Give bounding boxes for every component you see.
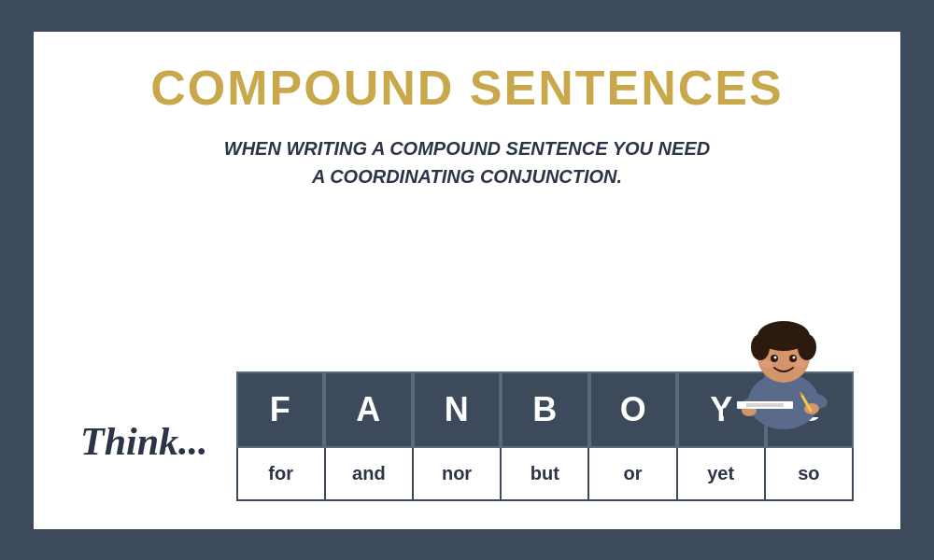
svg-point-17: [793, 356, 796, 358]
subtitle-line2: A COORDINATING CONJUNCTION.: [312, 166, 622, 187]
word-and: and: [326, 448, 414, 499]
lower-section: Think... F A N B O Y S for and nor but o…: [80, 209, 854, 501]
fanboys-words-row: for and nor but or yet so: [236, 448, 854, 501]
word-so: so: [766, 448, 852, 499]
boy-svg: [723, 301, 844, 450]
word-for: for: [238, 448, 326, 499]
svg-point-16: [774, 356, 777, 358]
word-nor: nor: [414, 448, 502, 499]
main-card: COMPOUND SENTENCES WHEN WRITING A COMPOU…: [28, 26, 906, 535]
subtitle: WHEN WRITING A COMPOUND SENTENCE YOU NEE…: [80, 134, 854, 190]
word-but: but: [502, 448, 589, 499]
svg-point-19: [795, 360, 806, 368]
letter-N: N: [413, 371, 502, 448]
letter-B: B: [501, 371, 589, 448]
boy-illustration: [723, 301, 844, 450]
svg-point-18: [761, 360, 772, 368]
subtitle-line1: WHEN WRITING A COMPOUND SENTENCE YOU NEE…: [224, 138, 710, 159]
think-label: Think...: [80, 419, 208, 492]
svg-rect-20: [737, 401, 793, 409]
svg-point-13: [763, 324, 804, 343]
word-yet: yet: [678, 448, 766, 499]
page-title: COMPOUND SENTENCES: [80, 60, 854, 116]
letter-A: A: [324, 371, 413, 448]
letter-O: O: [589, 371, 678, 448]
word-or: or: [589, 448, 677, 499]
letter-F: F: [236, 371, 325, 448]
